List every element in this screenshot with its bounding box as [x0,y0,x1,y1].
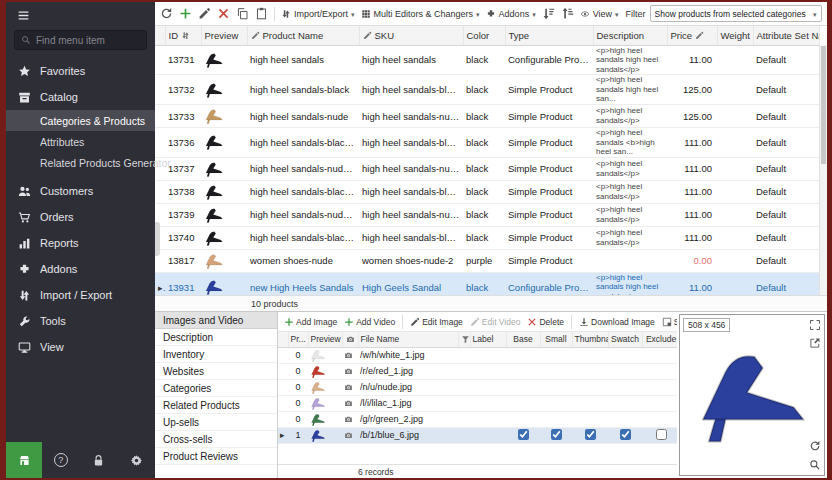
set-resize-rule-button[interactable]: Set Resize Rule [660,316,677,328]
tab-up-sells[interactable]: Up-sells [155,414,277,431]
col-header-type[interactable]: Type [505,26,593,45]
open-external-icon[interactable] [809,337,821,349]
lock-button[interactable] [80,442,118,478]
image-row[interactable]: 0 /n/u/nude.jpg [278,379,677,395]
add-image-button[interactable]: Add Image [282,316,339,328]
col-header-color[interactable]: Color [463,26,505,45]
menu-search[interactable] [14,30,147,50]
fullscreen-icon[interactable] [809,319,821,331]
rotate-icon[interactable] [809,440,821,452]
product-row[interactable]: 13738 high heel sandals-black-37 high he… [155,180,819,203]
image-row[interactable]: 0 /l/i/lilac_1.jpg [278,395,677,411]
delete-image-button[interactable]: Delete [525,316,566,328]
add-video-button[interactable]: Add Video [342,316,397,328]
sidebar-item-tools[interactable]: Tools [6,308,155,334]
col-header-preview[interactable]: Preview [308,332,342,347]
sidebar-item-addons[interactable]: Addons [6,256,155,282]
tab-websites[interactable]: Websites [155,363,277,380]
sort-descending-button[interactable] [559,5,576,22]
image-row-selected[interactable]: 1 /b/1/blue_6.jpg [278,427,677,443]
import-export-menu[interactable]: Import/Export [279,7,357,21]
col-header-weight[interactable]: Weight [717,26,753,45]
col-header-product-name[interactable]: Product Name [247,26,359,45]
multi-editors-menu[interactable]: Multi Editors & Changers [359,7,482,21]
sidebar-item-reports[interactable]: Reports [6,230,155,256]
help-button[interactable] [42,442,80,478]
zoom-icon[interactable] [809,459,821,471]
small-checkbox[interactable] [551,429,562,440]
col-header-small[interactable]: Small [540,332,572,347]
sidebar-item-orders[interactable]: Orders [6,204,155,230]
store-button[interactable] [6,442,42,478]
product-row[interactable]: 13740 high heel sandals-black-38 high he… [155,226,819,249]
product-row[interactable]: 13732 high heel sandals-black high heel … [155,75,819,105]
tab-categories[interactable]: Categories [155,380,277,397]
tab-description[interactable]: Description [155,329,277,346]
image-row[interactable]: 0 /g/r/green_2.jpg [278,411,677,427]
col-header-exclude[interactable]: Exclude [642,332,677,347]
edit-video-button[interactable]: Edit Video [468,316,523,328]
product-row[interactable]: 13737 high heel sandals-nude-36 high hee… [155,157,819,180]
sidebar-item-catalog[interactable]: Catalog [6,84,155,110]
col-header-preview[interactable]: Preview [201,26,247,45]
sidebar-item-categories-products[interactable]: Categories & Products [6,110,155,131]
product-row[interactable]: 13733 high heel sandals-nude high heel s… [155,105,819,128]
addons-menu[interactable]: Addons [484,7,538,21]
download-image-button[interactable]: Download Image [577,316,657,328]
delete-product-button[interactable] [215,5,232,22]
settings-button[interactable] [117,442,155,478]
col-header-label[interactable]: Label [470,332,506,347]
add-product-button[interactable] [177,5,194,22]
product-row[interactable]: 13739 high heel sandals-nude-37 high hee… [155,203,819,226]
sidebar-item-favorites[interactable]: Favorites [6,58,155,84]
col-header-file-name[interactable]: File Name [358,332,458,347]
image-row[interactable]: 0 /w/h/white_1.jpg [278,347,677,363]
panel-collapse-handle[interactable] [155,222,160,256]
sidebar-item-attributes[interactable]: Attributes [6,131,155,152]
col-header-attribute-set[interactable]: Attribute Set Name [753,26,819,45]
col-header-sku[interactable]: SKU [359,26,463,45]
category-filter-select[interactable]: Show products from selected categories [650,5,822,22]
copy-button[interactable] [234,5,251,22]
col-header-price[interactable]: Price [667,26,717,45]
col-header-filter[interactable] [458,332,470,347]
thumbnail-checkbox[interactable] [585,429,596,440]
col-header-thumbnail[interactable]: Thumbna [572,332,608,347]
edit-image-button[interactable]: Edit Image [408,316,465,328]
product-row[interactable]: 13731 high heel sandals high heel sandal… [155,45,819,75]
sidebar-item-customers[interactable]: Customers [6,178,155,204]
menu-toggle-button[interactable] [6,2,155,28]
menu-search-input[interactable] [36,35,140,46]
col-header-swatch[interactable]: Swatch [608,332,642,347]
filters-menu[interactable]: Filters [824,7,827,21]
swatch-checkbox[interactable] [620,429,631,440]
refresh-button[interactable] [158,5,175,22]
sidebar-item-view[interactable]: View [6,334,155,360]
paste-button[interactable] [253,5,270,22]
col-header-base[interactable]: Base [506,332,540,347]
view-menu[interactable]: View [578,7,621,21]
tab-cross-sells[interactable]: Cross-sells [155,431,277,448]
tab-product-reviews[interactable]: Product Reviews [155,448,277,465]
cell-expand[interactable] [155,272,165,295]
sidebar-item-related-products-generator[interactable]: Related Products Generator [6,152,155,173]
vertical-scrollbar[interactable] [819,45,827,295]
col-header-description[interactable]: Description [593,26,667,45]
image-row[interactable]: 0 /r/e/red_1.jpg [278,363,677,379]
product-row-selected[interactable]: 13931 new High Heels Sandals High Geels … [155,272,819,295]
base-checkbox[interactable] [518,429,529,440]
tab-images-and-video[interactable]: Images and Video [155,312,277,329]
col-header-id[interactable]: ID [165,26,201,45]
cell-expand[interactable] [278,427,288,443]
col-header-camera[interactable] [342,332,358,347]
tab-inventory[interactable]: Inventory [155,346,277,363]
product-row[interactable]: 13817 women shoes-nude women shoes-nude-… [155,249,819,272]
sort-ascending-button[interactable] [540,5,557,22]
sidebar-item-import-export[interactable]: Import / Export [6,282,155,308]
edit-product-button[interactable] [196,5,213,22]
tab-related-products[interactable]: Related Products [155,397,277,414]
scrollbar-thumb[interactable] [821,46,826,164]
product-row[interactable]: 13736 high heel sandals-black-36 high he… [155,128,819,158]
exclude-checkbox[interactable] [656,429,667,440]
col-header-priority[interactable]: Pr... [288,332,308,347]
